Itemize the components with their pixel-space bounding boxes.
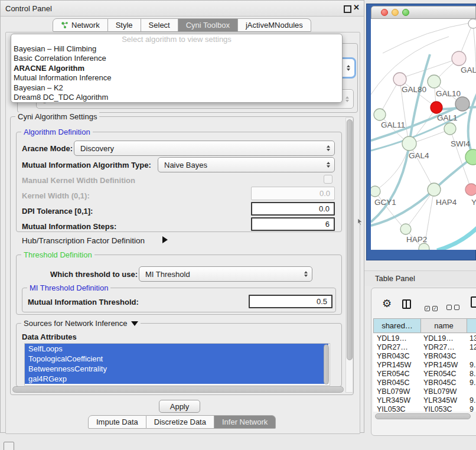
hub-tf-section-label[interactable]: Hub/Transcription Factor Definition — [22, 236, 145, 245]
data-attributes-list[interactable]: SelfLoops TopologicalCoefficient Between… — [24, 343, 330, 386]
network-node[interactable] — [455, 97, 470, 111]
dropdown-item-selected[interactable]: ARACNE Algorithm — [11, 64, 342, 73]
table-row[interactable]: YDL19…YDL19…13 — [373, 334, 476, 343]
close-icon[interactable]: ✕ — [353, 3, 360, 12]
table-row[interactable]: YBR043CYBR043C — [373, 351, 476, 360]
tab-jactivemnodules[interactable]: jActiveMNodules — [238, 18, 311, 32]
table-hscrollbar[interactable] — [374, 413, 472, 420]
network-node[interactable] — [428, 183, 441, 196]
network-window-titlebar[interactable] — [371, 6, 476, 19]
table-cell[interactable]: YDL19… — [373, 334, 421, 343]
table-row[interactable]: YDR27…YDR27…12 — [373, 343, 476, 351]
table-cell[interactable]: YIL053C — [421, 405, 467, 412]
table-cell[interactable]: YBR043C — [373, 352, 421, 360]
dropdown-item[interactable]: Dream8 DC_TDC Algorithm — [11, 93, 342, 102]
apply-button[interactable]: Apply — [159, 400, 200, 413]
table-cell[interactable]: YDL19… — [421, 334, 467, 343]
column-header-partial[interactable] — [467, 318, 476, 333]
list-item-selected[interactable]: TopologicalCoefficient — [25, 354, 328, 364]
settings-hscrollbar-thumb[interactable] — [12, 386, 344, 393]
table-cell[interactable]: 9 — [467, 405, 476, 412]
table-cell[interactable]: 8. — [467, 370, 476, 378]
tab-discretize-data[interactable]: Discretize Data — [146, 415, 214, 429]
minimized-panel-icon[interactable] — [4, 442, 14, 450]
table-row[interactable]: YPR145WYPR145W9. — [373, 360, 476, 369]
network-edge[interactable] — [402, 58, 459, 78]
tab-select[interactable]: Select — [141, 18, 178, 32]
table-cell[interactable]: YDR27… — [421, 343, 467, 351]
network-edge[interactable] — [437, 227, 476, 250]
expand-right-icon[interactable] — [162, 236, 168, 243]
network-edge[interactable] — [461, 24, 472, 53]
table-cell[interactable]: YBL079W — [373, 387, 421, 396]
table-cell[interactable]: 9. — [467, 379, 476, 387]
table-cell[interactable]: YLR345W — [421, 396, 467, 405]
float-window-icon[interactable] — [344, 5, 351, 13]
mi-threshold-field[interactable]: 0.5 — [249, 295, 332, 308]
network-edge[interactable] — [473, 24, 476, 72]
table-cell[interactable]: 13 — [467, 334, 476, 343]
mi-steps-field[interactable]: 6 — [251, 217, 335, 231]
table-cell[interactable]: YPR145W — [421, 361, 467, 369]
control-panel-titlebar[interactable]: Control Panel ✕ — [1, 1, 364, 17]
table-cell[interactable]: YBR043C — [421, 352, 467, 360]
settings-vscrollbar[interactable] — [345, 118, 353, 393]
tab-network[interactable]: Network — [53, 18, 108, 32]
network-node[interactable] — [452, 51, 466, 66]
table-cell[interactable]: YBL079W — [421, 387, 467, 396]
table-hscrollbar-thumb[interactable] — [375, 413, 471, 419]
network-canvas-container[interactable]: GALGAL80GAL10GAL1GAL11SWI4GAL4GCY1HAP4YH… — [371, 19, 476, 250]
column-header-name[interactable]: name — [421, 318, 467, 333]
list-item-selected[interactable]: gal4RGexp — [25, 374, 328, 384]
which-threshold-combo[interactable]: MI Threshold — [139, 266, 312, 282]
table-row[interactable]: YIL053CYIL053C9 — [373, 405, 476, 412]
network-node[interactable] — [374, 109, 386, 120]
table-cell[interactable]: YLR345W — [373, 396, 421, 405]
list-item-selected[interactable]: SelfLoops — [25, 344, 328, 354]
network-node[interactable] — [468, 19, 476, 28]
network-node[interactable] — [465, 184, 476, 195]
dropdown-item[interactable]: Bayesian – Hill Climbing — [11, 44, 342, 54]
manual-kernel-checkbox[interactable] — [324, 175, 332, 184]
table-cell[interactable]: 12 — [467, 343, 476, 351]
table-cell[interactable]: 9. — [467, 361, 476, 369]
collapse-down-icon[interactable] — [131, 321, 138, 326]
table-cell[interactable]: YBR045C — [421, 379, 467, 387]
table-cell[interactable]: YIL053C — [373, 405, 421, 412]
network-edge[interactable] — [375, 191, 402, 226]
close-traffic-light[interactable] — [381, 9, 388, 16]
network-node[interactable] — [431, 102, 442, 113]
tab-impute-data[interactable]: Impute Data — [88, 415, 146, 429]
new-column-icon[interactable] — [471, 296, 476, 308]
table-row[interactable]: YLR345WYLR345W9. — [373, 396, 476, 405]
deselect-all-icon[interactable] — [446, 302, 462, 312]
table-cell[interactable]: YER054C — [373, 370, 421, 378]
network-edge[interactable] — [371, 157, 473, 226]
network-edge[interactable] — [409, 144, 432, 185]
network-node[interactable] — [402, 136, 416, 151]
network-node[interactable] — [393, 73, 406, 86]
tab-infer-network[interactable]: Infer Network — [214, 415, 276, 429]
network-node[interactable] — [371, 186, 380, 197]
table-cell[interactable]: YDR27… — [373, 343, 421, 351]
list-vscrollbar-thumb[interactable] — [324, 344, 329, 384]
select-all-icon[interactable]: ✓✓ — [425, 302, 440, 312]
list-item-selected[interactable]: BetweennessCentrality — [25, 364, 328, 374]
network-node[interactable] — [400, 224, 411, 234]
columns-icon[interactable] — [402, 299, 411, 309]
tab-style[interactable]: Style — [108, 18, 141, 32]
settings-vscrollbar-thumb[interactable] — [347, 119, 353, 360]
table-cell[interactable]: YPR145W — [373, 361, 421, 369]
dropdown-item[interactable]: Basic Correlation Inference — [11, 54, 342, 63]
aracne-mode-combo[interactable]: Discovery — [74, 141, 335, 156]
table-row[interactable]: YER054CYER054C8. — [373, 369, 476, 378]
table-row[interactable]: YBR045CYBR045C9. — [373, 378, 476, 387]
zoom-traffic-light[interactable] — [402, 9, 409, 16]
network-edge[interactable] — [383, 22, 472, 53]
table-panel-header[interactable]: Table Panel — [364, 270, 476, 286]
table-cell[interactable]: YBR045C — [373, 379, 421, 387]
table-cell[interactable]: YER054C — [421, 370, 467, 378]
tab-cyni-toolbox[interactable]: Cyni Toolbox — [178, 18, 238, 32]
dpi-tolerance-field[interactable]: 0.0 — [251, 202, 335, 216]
network-node[interactable] — [419, 243, 429, 250]
